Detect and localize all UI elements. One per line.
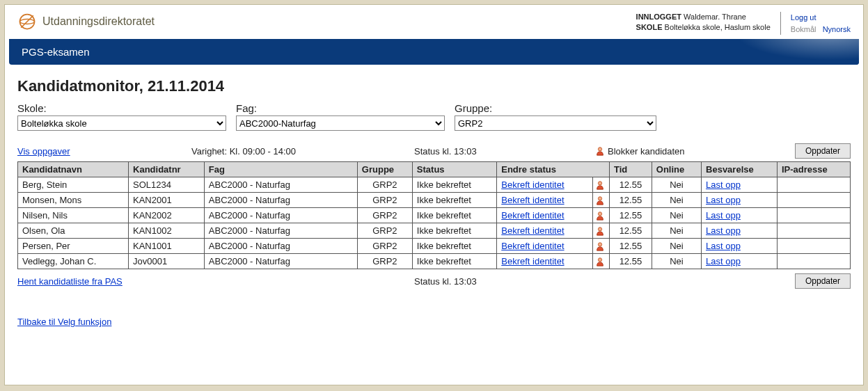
- oppdater-button-top[interactable]: Oppdater: [795, 143, 851, 159]
- table-row: Persen, PerKAN1001ABC2000 - NaturfagGRP2…: [18, 239, 851, 254]
- cell-besv: Last opp: [702, 254, 778, 269]
- bekreft-identitet-link[interactable]: Bekreft identitet: [501, 225, 564, 236]
- cell-tid: 12.55: [610, 208, 652, 223]
- cell-gruppe: GRP2: [357, 239, 412, 254]
- cell-fag: ABC2000 - Naturfag: [204, 193, 357, 208]
- school-label: SKOLE: [636, 23, 663, 31]
- cell-nr: Jov0001: [129, 254, 205, 269]
- brand-logo: Utdanningsdirektoratet: [17, 12, 155, 31]
- svg-point-8: [598, 243, 601, 246]
- cell-besv: Last opp: [702, 177, 778, 193]
- brand-text: Utdanningsdirektoratet: [42, 15, 155, 28]
- cell-blokker-icon[interactable]: [593, 193, 610, 208]
- last-opp-link[interactable]: Last opp: [706, 179, 741, 190]
- bekreft-identitet-link[interactable]: Bekreft identitet: [501, 241, 564, 251]
- cell-tid: 12.55: [610, 193, 652, 208]
- cell-tid: 12.55: [610, 223, 652, 239]
- blokker-icon: [595, 146, 605, 156]
- cell-endre: Bekreft identitet: [497, 223, 593, 239]
- cell-blokker-icon[interactable]: [593, 254, 610, 269]
- cell-navn: Nilsen, Nils: [18, 208, 129, 223]
- cell-nr: KAN2002: [129, 208, 205, 223]
- table-row: Monsen, MonsKAN2001ABC2000 - NaturfagGRP…: [18, 193, 851, 208]
- bekreft-identitet-link[interactable]: Bekreft identitet: [501, 210, 564, 221]
- svg-point-7: [598, 228, 601, 231]
- cell-navn: Monsen, Mons: [18, 193, 129, 208]
- bekreft-identitet-link[interactable]: Bekreft identitet: [501, 179, 564, 190]
- cell-status: Ikke bekreftet: [412, 208, 496, 223]
- cell-besv: Last opp: [702, 208, 778, 223]
- cell-status: Ikke bekreftet: [412, 223, 496, 239]
- lang-nynorsk[interactable]: Nynorsk: [823, 25, 851, 33]
- last-opp-link[interactable]: Last opp: [706, 256, 741, 266]
- last-opp-link[interactable]: Last opp: [706, 225, 741, 236]
- hent-kandidatliste-link[interactable]: Hent kandidatliste fra PAS: [17, 276, 123, 287]
- cell-endre: Bekreft identitet: [497, 193, 593, 208]
- cell-status: Ikke bekreftet: [412, 177, 496, 193]
- person-icon: [595, 196, 605, 205]
- tilbake-link[interactable]: Tilbake til Velg funksjon: [17, 317, 111, 327]
- table-row: Berg, SteinSOL1234ABC2000 - NaturfagGRP2…: [18, 177, 851, 193]
- vis-oppgaver-link[interactable]: Vis oppgaver: [17, 146, 70, 157]
- banner-title: PGS-eksamen: [9, 39, 859, 65]
- skole-label: Skole:: [17, 102, 226, 114]
- th-status: Status: [412, 162, 496, 177]
- cell-blokker-icon[interactable]: [593, 208, 610, 223]
- cell-gruppe: GRP2: [357, 223, 412, 239]
- cell-fag: ABC2000 - Naturfag: [204, 239, 357, 254]
- cell-ip: [777, 208, 850, 223]
- person-icon: [595, 211, 605, 221]
- logged-in-user: Waldemar. Thrane: [684, 13, 746, 21]
- cell-nr: KAN1002: [129, 223, 205, 239]
- oppdater-button-bottom[interactable]: Oppdater: [795, 273, 851, 289]
- cell-blokker-icon[interactable]: [593, 177, 610, 193]
- cell-gruppe: GRP2: [357, 193, 412, 208]
- skole-select[interactable]: Bolteløkka skole: [17, 115, 226, 131]
- cell-fag: ABC2000 - Naturfag: [204, 208, 357, 223]
- last-opp-link[interactable]: Last opp: [706, 210, 741, 221]
- person-icon: [595, 180, 605, 190]
- logged-in-label: INNLOGGET: [636, 13, 681, 21]
- varighet-text: Varighet: Kl. 09:00 - 14:00: [191, 146, 414, 157]
- cell-online: Nei: [652, 177, 701, 193]
- svg-line-1: [21, 15, 33, 28]
- cell-status: Ikke bekreftet: [412, 239, 496, 254]
- page-title: Kandidatmonitor, 21.11.2014: [17, 77, 851, 95]
- th-besv: Besvarelse: [702, 162, 778, 177]
- cell-nr: KAN2001: [129, 193, 205, 208]
- th-navn: Kandidatnavn: [18, 162, 129, 177]
- status-time-text: Status kl. 13:03: [414, 146, 595, 157]
- cell-status: Ikke bekreftet: [412, 254, 496, 269]
- cell-tid: 12.55: [610, 239, 652, 254]
- svg-point-5: [598, 197, 601, 200]
- cell-online: Nei: [652, 239, 701, 254]
- last-opp-link[interactable]: Last opp: [706, 195, 741, 205]
- cell-gruppe: GRP2: [357, 254, 412, 269]
- cell-fag: ABC2000 - Naturfag: [204, 223, 357, 239]
- cell-nr: KAN1001: [129, 239, 205, 254]
- logout-link[interactable]: Logg ut: [791, 13, 816, 22]
- person-icon: [595, 241, 605, 251]
- kandidat-table: Kandidatnavn Kandidatnr Fag Gruppe Statu…: [17, 161, 851, 269]
- svg-point-3: [598, 147, 601, 151]
- gruppe-select[interactable]: GRP2: [455, 115, 656, 131]
- fag-select[interactable]: ABC2000-Naturfag: [236, 115, 445, 131]
- cell-nr: SOL1234: [129, 177, 205, 193]
- th-fag: Fag: [204, 162, 357, 177]
- svg-point-9: [598, 258, 601, 262]
- cell-blokker-icon[interactable]: [593, 239, 610, 254]
- bekreft-identitet-link[interactable]: Bekreft identitet: [501, 256, 564, 266]
- last-opp-link[interactable]: Last opp: [706, 241, 741, 251]
- cell-blokker-icon[interactable]: [593, 223, 610, 239]
- cell-endre: Bekreft identitet: [497, 177, 593, 193]
- table-row: Olsen, OlaKAN1002ABC2000 - NaturfagGRP2I…: [18, 223, 851, 239]
- cell-navn: Vedlegg, Johan C.: [18, 254, 129, 269]
- cell-besv: Last opp: [702, 239, 778, 254]
- cell-ip: [777, 193, 850, 208]
- th-gruppe: Gruppe: [357, 162, 412, 177]
- cell-besv: Last opp: [702, 193, 778, 208]
- bekreft-identitet-link[interactable]: Bekreft identitet: [501, 195, 564, 205]
- cell-navn: Persen, Per: [18, 239, 129, 254]
- cell-endre: Bekreft identitet: [497, 254, 593, 269]
- cell-status: Ikke bekreftet: [412, 193, 496, 208]
